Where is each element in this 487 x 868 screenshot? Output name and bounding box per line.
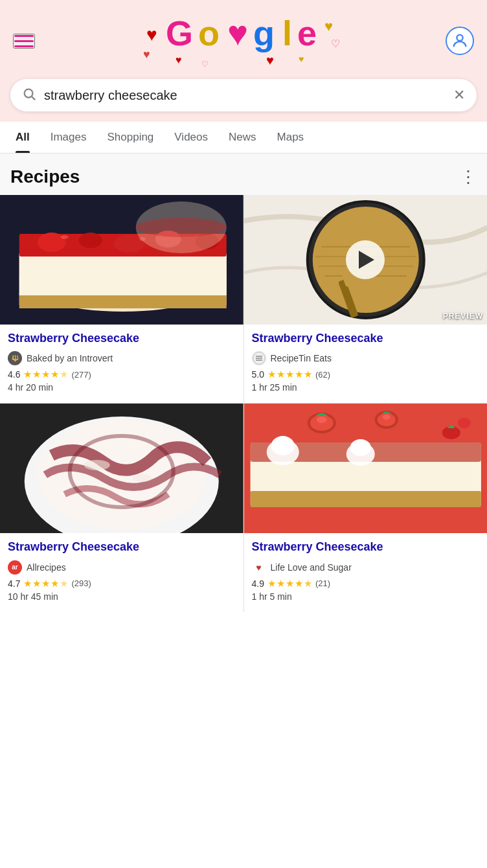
svg-point-24 bbox=[79, 233, 102, 248]
stars-2: ★ ★ ★ ★ ★ bbox=[267, 369, 312, 380]
svg-text:♥: ♥ bbox=[146, 25, 157, 45]
svg-text:g: g bbox=[253, 14, 275, 52]
recipe-image-1 bbox=[0, 195, 244, 325]
svg-point-31 bbox=[136, 218, 227, 237]
stars-3: ★ ★ ★ ★ ★ bbox=[23, 578, 68, 589]
recipe-info-1: Strawberry Cheesecake 🔱 Baked by an Intr… bbox=[0, 325, 244, 403]
svg-point-68 bbox=[382, 415, 390, 420]
svg-point-49 bbox=[84, 460, 110, 470]
account-button[interactable] bbox=[446, 27, 474, 55]
svg-text:♡: ♡ bbox=[331, 38, 340, 49]
rating-num-4: 4.9 bbox=[252, 578, 264, 589]
svg-point-62 bbox=[354, 439, 366, 448]
recipe-name-2: Strawberry Cheesecake bbox=[252, 331, 480, 346]
rating-row-1: 4.6 ★ ★ ★ ★ ★ (277) bbox=[8, 369, 236, 380]
play-button-2[interactable] bbox=[346, 240, 385, 279]
recipe-image-2: PREVIEW bbox=[244, 195, 488, 325]
svg-text:♥: ♥ bbox=[299, 54, 304, 64]
tab-videos[interactable]: Videos bbox=[164, 122, 218, 153]
source-icon-3: ar bbox=[8, 560, 22, 575]
svg-text:♡: ♡ bbox=[201, 60, 209, 69]
svg-text:♥: ♥ bbox=[227, 14, 248, 52]
recipe-source-2: RecipeTin Eats bbox=[252, 351, 480, 365]
recipe-card-1[interactable]: Strawberry Cheesecake 🔱 Baked by an Intr… bbox=[0, 195, 244, 403]
recipes-section-header: Recipes ⋮ bbox=[0, 154, 487, 195]
svg-rect-56 bbox=[250, 491, 481, 507]
svg-point-28 bbox=[61, 235, 69, 239]
source-icon-1: 🔱 bbox=[8, 351, 22, 365]
svg-text:♥: ♥ bbox=[324, 18, 333, 34]
preview-label-2: PREVIEW bbox=[443, 312, 483, 321]
svg-point-14 bbox=[457, 35, 462, 41]
search-bar: strawberry cheesecake ✕ bbox=[10, 79, 477, 111]
time-3: 10 hr 45 min bbox=[8, 591, 236, 602]
rating-row-3: 4.7 ★ ★ ★ ★ ★ (293) bbox=[8, 578, 236, 589]
stars-4: ★ ★ ★ ★ ★ bbox=[267, 578, 312, 589]
svg-text:G: G bbox=[166, 14, 193, 52]
recipe-name-3: Strawberry Cheesecake bbox=[8, 540, 236, 554]
recipe-grid: Strawberry Cheesecake 🔱 Baked by an Intr… bbox=[0, 195, 487, 612]
review-count-3: (293) bbox=[71, 578, 91, 588]
svg-text:♥: ♥ bbox=[266, 53, 274, 67]
more-options-button[interactable]: ⋮ bbox=[460, 168, 477, 185]
source-name-1: Baked by an Introvert bbox=[27, 353, 113, 363]
source-icon-2 bbox=[252, 351, 266, 365]
recipe-source-4: ♥ Life Love and Sugar bbox=[252, 560, 480, 575]
rating-num-1: 4.6 bbox=[8, 369, 20, 380]
svg-text:♥: ♥ bbox=[176, 54, 182, 65]
recipe-source-3: ar Allrecipes bbox=[8, 560, 236, 575]
recipes-title: Recipes bbox=[10, 166, 80, 187]
rating-num-2: 5.0 bbox=[252, 369, 264, 380]
recipe-name-4: Strawberry Cheesecake bbox=[252, 540, 480, 554]
recipe-image-4 bbox=[244, 404, 488, 533]
source-name-4: Life Love and Sugar bbox=[271, 562, 352, 573]
time-2: 1 hr 25 min bbox=[252, 382, 480, 393]
time-4: 1 hr 5 min bbox=[252, 591, 480, 602]
svg-point-59 bbox=[276, 436, 289, 446]
menu-button[interactable] bbox=[13, 34, 35, 49]
review-count-2: (62) bbox=[315, 370, 330, 380]
svg-point-23 bbox=[38, 233, 66, 252]
tab-news[interactable]: News bbox=[218, 122, 267, 153]
nav-tabs: All Images Shopping Videos News Maps bbox=[0, 122, 487, 154]
svg-text:e: e bbox=[297, 14, 317, 52]
svg-point-50 bbox=[133, 474, 152, 482]
svg-text:♥: ♥ bbox=[143, 48, 150, 61]
rating-row-4: 4.9 ★ ★ ★ ★ ★ (21) bbox=[252, 578, 480, 589]
tab-all[interactable]: All bbox=[5, 122, 40, 153]
tab-maps[interactable]: Maps bbox=[267, 122, 315, 153]
recipe-card-3[interactable]: Strawberry Cheesecake ar Allrecipes 4.7 … bbox=[0, 404, 244, 611]
recipe-info-4: Strawberry Cheesecake ♥ Life Love and Su… bbox=[244, 533, 488, 611]
google-doodle: ♥ ♥ ♡ ♥ G o ♥ g l e ♥ ♡ ♥ ♥ bbox=[137, 12, 344, 70]
svg-line-16 bbox=[32, 97, 35, 100]
svg-text:o: o bbox=[198, 14, 220, 52]
review-count-1: (277) bbox=[71, 370, 91, 380]
recipe-info-2: Strawberry Cheesecake RecipeTin Eats 5.0… bbox=[244, 325, 488, 403]
recipe-info-3: Strawberry Cheesecake ar Allrecipes 4.7 … bbox=[0, 533, 244, 611]
recipe-card-2[interactable]: PREVIEW Strawberry Cheesecake RecipeTin … bbox=[244, 195, 488, 403]
header: ♥ ♥ ♡ ♥ G o ♥ g l e ♥ ♡ ♥ ♥ bbox=[0, 0, 487, 79]
source-name-3: Allrecipes bbox=[27, 562, 66, 573]
tab-shopping[interactable]: Shopping bbox=[96, 122, 164, 153]
rating-row-2: 5.0 ★ ★ ★ ★ ★ (62) bbox=[252, 369, 480, 380]
svg-text:l: l bbox=[282, 14, 292, 52]
search-icon bbox=[22, 87, 36, 104]
logo: ♥ ♥ ♡ ♥ G o ♥ g l e ♥ ♡ ♥ ♥ bbox=[35, 12, 446, 70]
tab-images[interactable]: Images bbox=[40, 122, 97, 153]
recipe-card-4[interactable]: Strawberry Cheesecake ♥ Life Love and Su… bbox=[244, 404, 488, 611]
search-bar-wrapper: strawberry cheesecake ✕ bbox=[0, 79, 487, 122]
recipe-image-3 bbox=[0, 404, 244, 533]
recipe-name-1: Strawberry Cheesecake bbox=[8, 331, 236, 346]
recipe-source-1: 🔱 Baked by an Introvert bbox=[8, 351, 236, 365]
stars-1: ★ ★ ★ ★ ★ bbox=[23, 369, 68, 380]
review-count-4: (21) bbox=[315, 578, 330, 588]
svg-point-70 bbox=[457, 418, 470, 428]
play-triangle-icon bbox=[359, 251, 374, 269]
svg-rect-21 bbox=[19, 253, 227, 295]
svg-rect-55 bbox=[250, 462, 481, 491]
svg-point-15 bbox=[25, 89, 33, 98]
search-input[interactable]: strawberry cheesecake bbox=[44, 88, 446, 103]
clear-button[interactable]: ✕ bbox=[453, 88, 465, 102]
svg-point-65 bbox=[316, 417, 326, 423]
rating-num-3: 4.7 bbox=[8, 578, 20, 589]
